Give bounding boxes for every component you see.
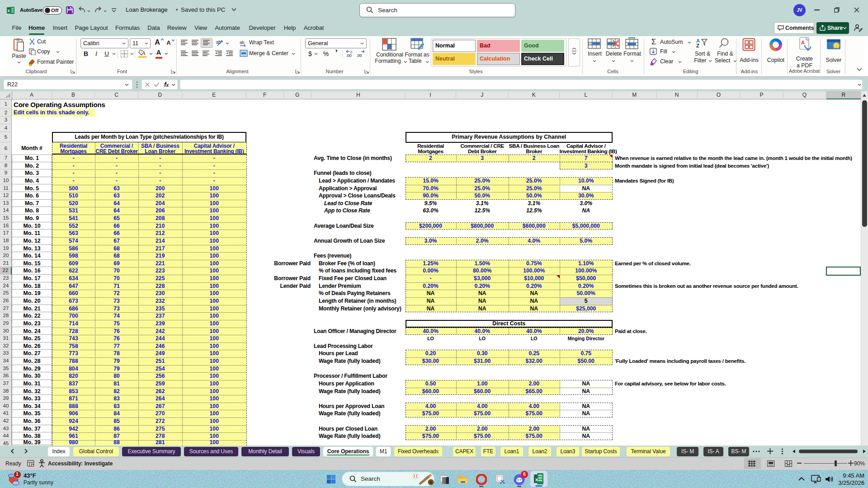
svg-text:.00: .00 <box>346 53 352 58</box>
svg-text:X: X <box>7 9 10 13</box>
svg-text:.00: .00 <box>356 53 362 58</box>
svg-text:A: A <box>801 40 805 45</box>
svg-text:0: 0 <box>350 51 352 54</box>
svg-text:ab: ab <box>240 40 245 45</box>
svg-text:x: x <box>535 477 538 482</box>
svg-text:Z: Z <box>696 43 699 48</box>
